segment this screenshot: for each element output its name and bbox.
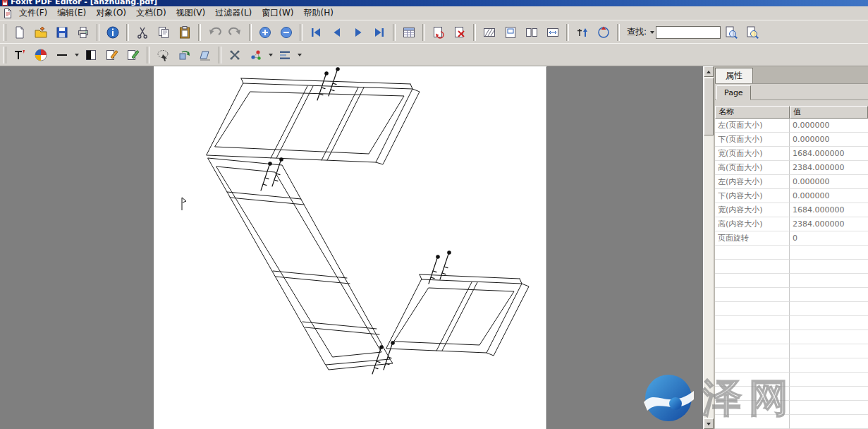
paste-button[interactable]: [175, 23, 195, 42]
scrollbar-thumb[interactable]: [704, 78, 714, 135]
window-title: Foxit PDF Editor - [anzhuang.pdf]: [11, 0, 157, 6]
property-row[interactable]: [715, 246, 868, 260]
property-row[interactable]: [715, 302, 868, 316]
fill-style-button[interactable]: [81, 46, 101, 64]
node-color-button[interactable]: [246, 46, 266, 64]
menu-item-document[interactable]: 文档(D): [131, 6, 171, 20]
color-wheel-button[interactable]: [31, 46, 51, 64]
text-up-button[interactable]: [573, 23, 592, 42]
scroll-up-button[interactable]: [704, 66, 714, 77]
property-row[interactable]: [715, 358, 868, 373]
cut-button[interactable]: [133, 23, 152, 42]
pdf-page[interactable]: [154, 66, 546, 429]
property-row[interactable]: [715, 288, 868, 302]
property-row[interactable]: 页面旋转0: [715, 231, 868, 246]
last-page-button[interactable]: [369, 23, 389, 42]
property-row[interactable]: [715, 316, 868, 330]
fit-page-icon: [503, 25, 518, 40]
find-options-dropdown[interactable]: [648, 23, 656, 42]
hatch-button[interactable]: [479, 23, 499, 42]
menu-item-file[interactable]: 文件(F): [14, 6, 52, 20]
open-button[interactable]: [31, 23, 51, 42]
toolbar-grip[interactable]: [3, 47, 6, 64]
find-next-button[interactable]: [742, 23, 762, 42]
property-row[interactable]: [715, 344, 868, 358]
property-row[interactable]: 左(内容大小)0.000000: [715, 175, 868, 189]
property-row[interactable]: [715, 387, 868, 401]
two-page-view-button[interactable]: [522, 23, 542, 42]
delete-page-button[interactable]: [450, 23, 470, 42]
menu-item-edit[interactable]: 编辑(E): [52, 6, 91, 20]
rotate-object-button[interactable]: [174, 46, 194, 64]
orientation-button[interactable]: [594, 23, 613, 42]
property-row[interactable]: [715, 415, 868, 429]
column-header-value[interactable]: 值: [790, 106, 868, 119]
text-tool-button[interactable]: [10, 46, 30, 64]
toolbar-separator: [198, 24, 201, 41]
fit-width-button[interactable]: [543, 23, 563, 42]
redo-button[interactable]: [226, 23, 245, 42]
select-object-button[interactable]: [153, 46, 173, 64]
print-button[interactable]: [73, 23, 93, 42]
undo-button[interactable]: [204, 23, 224, 42]
first-page-button[interactable]: [306, 23, 326, 42]
toolbar-main: 查找:: [0, 20, 868, 44]
tools-button[interactable]: [225, 46, 245, 64]
property-row[interactable]: [715, 373, 868, 387]
column-header-name[interactable]: 名称: [715, 106, 790, 119]
property-row[interactable]: 下(内容大小)0.000000: [715, 189, 868, 203]
find-prev-button[interactable]: [721, 23, 741, 42]
toolbar-grip[interactable]: [3, 24, 6, 41]
toolbar-separator: [393, 24, 396, 41]
line-style-dropdown[interactable]: [73, 46, 80, 64]
vertical-scrollbar[interactable]: [703, 66, 714, 429]
property-table-header: 名称 值: [715, 106, 868, 119]
property-row[interactable]: 左(页面大小)0.000000: [715, 119, 868, 133]
prev-page-button[interactable]: [327, 23, 347, 42]
cut-icon: [135, 25, 149, 40]
info-button[interactable]: [103, 23, 123, 42]
zoom-in-button[interactable]: [255, 23, 275, 42]
save-button[interactable]: [52, 23, 72, 42]
find-input[interactable]: [656, 26, 721, 39]
menu-item-window[interactable]: 窗口(W): [257, 6, 298, 20]
scroll-down-button[interactable]: [704, 418, 714, 429]
document-canvas[interactable]: [0, 66, 703, 429]
align-dropdown[interactable]: [295, 46, 303, 64]
property-row[interactable]: 下(页面大小)0.000000: [715, 133, 868, 147]
property-row[interactable]: [715, 401, 868, 415]
property-row[interactable]: 高(内容大小)2384.000000: [715, 217, 868, 231]
rotate-page-button[interactable]: [429, 23, 448, 42]
menu-item-help[interactable]: 帮助(H): [299, 6, 338, 20]
edit-object-button[interactable]: [102, 46, 122, 64]
property-row[interactable]: [715, 260, 868, 274]
zoom-out-button[interactable]: [276, 23, 296, 42]
property-row[interactable]: 宽(内容大小)1684.000000: [715, 203, 868, 217]
copy-button[interactable]: [154, 23, 173, 42]
panel-gap: [715, 100, 868, 106]
menu-item-filter[interactable]: 过滤器(L): [210, 6, 257, 20]
property-row[interactable]: 高(页面大小)2384.000000: [715, 161, 868, 175]
shear-object-button[interactable]: [195, 46, 215, 64]
properties-tab[interactable]: 属性: [715, 68, 753, 83]
edit-page-button[interactable]: [123, 46, 143, 64]
node-color-dropdown[interactable]: [267, 46, 274, 64]
property-row[interactable]: 宽(页面大小)1684.000000: [715, 147, 868, 161]
next-page-button[interactable]: [348, 23, 368, 42]
rotate-page-icon: [432, 25, 446, 40]
document-window-icon[interactable]: [3, 8, 13, 18]
new-button[interactable]: [10, 23, 30, 42]
find-next-icon: [745, 25, 759, 40]
align-button[interactable]: [275, 46, 295, 64]
color-wheel-icon: [34, 48, 48, 62]
fit-page-button[interactable]: [501, 23, 520, 42]
menu-item-view[interactable]: 视图(V): [171, 6, 211, 20]
page-thumbnails-button[interactable]: [399, 23, 419, 42]
property-row[interactable]: [715, 274, 868, 288]
menu-item-object[interactable]: 对象(O): [91, 6, 131, 20]
property-row[interactable]: [715, 330, 868, 344]
tab-page[interactable]: Page: [716, 85, 751, 100]
line-style-button[interactable]: [52, 46, 72, 64]
toolbar-separator: [566, 24, 569, 41]
title-bar[interactable]: Foxit PDF Editor - [anzhuang.pdf]: [0, 0, 868, 6]
